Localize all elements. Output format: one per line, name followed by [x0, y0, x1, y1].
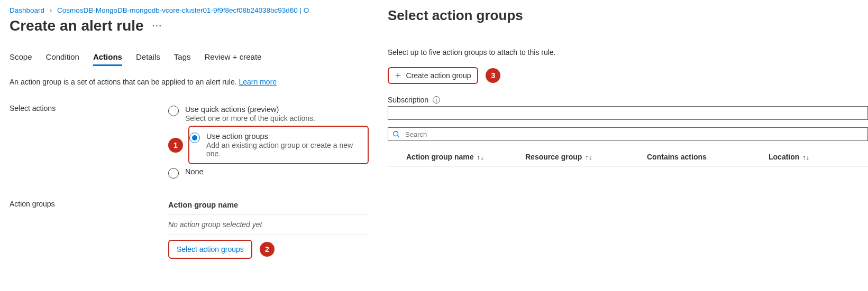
- col-location[interactable]: Location ↑↓: [769, 153, 853, 161]
- search-box[interactable]: [388, 127, 868, 141]
- svg-point-0: [394, 132, 398, 136]
- tab-details[interactable]: Details: [136, 52, 160, 66]
- search-input[interactable]: [404, 130, 863, 139]
- sort-icon: ↑↓: [585, 153, 592, 161]
- create-action-group-button[interactable]: + Create action group: [388, 67, 478, 84]
- action-groups-grid-header: Action group name ↑↓ Resource group ↑↓ C…: [388, 153, 868, 167]
- select-actions-label: Select actions: [10, 102, 168, 112]
- radio-use-action-groups[interactable]: Use action groups Add an existing action…: [189, 129, 364, 161]
- radio-description: Add an existing action group or create a…: [206, 141, 360, 158]
- panel-title: Select action groups: [388, 7, 868, 24]
- annotation-1: 1: [168, 138, 183, 153]
- breadcrumb-dashboard[interactable]: Dashboard: [10, 6, 44, 14]
- tab-tags[interactable]: Tags: [174, 52, 191, 66]
- col-label: Action group name: [406, 153, 474, 161]
- tab-review-create[interactable]: Review + create: [205, 52, 262, 66]
- action-group-name-header: Action group name: [168, 198, 369, 215]
- tab-scope[interactable]: Scope: [10, 52, 32, 66]
- search-icon: [392, 130, 400, 138]
- helper-text: An action group is a set of actions that…: [10, 78, 369, 86]
- radio-icon: [168, 106, 179, 116]
- tab-condition[interactable]: Condition: [46, 52, 79, 66]
- select-actions-radio-group: Use quick actions (preview) Select one o…: [168, 102, 369, 182]
- radio-label: None: [185, 167, 204, 176]
- breadcrumb: Dashboard › CosmosDB-MongoDB-mongodb-vco…: [10, 6, 369, 14]
- radio-use-quick-actions[interactable]: Use quick actions (preview) Select one o…: [168, 102, 369, 126]
- col-label: Contains actions: [647, 153, 707, 161]
- panel-helper-text: Select up to five action groups to attac…: [388, 48, 868, 57]
- annotation-2: 2: [260, 242, 275, 257]
- action-group-empty-row: No action group selected yet: [168, 215, 369, 234]
- helper-text-body: An action group is a set of actions that…: [10, 78, 237, 86]
- col-resource-group[interactable]: Resource group ↑↓: [525, 153, 647, 161]
- plus-icon: +: [395, 71, 401, 80]
- radio-icon: [168, 168, 179, 179]
- tab-actions[interactable]: Actions: [93, 52, 122, 66]
- radio-description: Select one or more of the quick actions.: [185, 114, 315, 123]
- chevron-right-icon: ›: [50, 6, 52, 14]
- radio-none[interactable]: None: [168, 164, 369, 182]
- col-contains-actions[interactable]: Contains actions: [647, 153, 769, 161]
- sort-icon: ↑↓: [802, 153, 809, 161]
- sort-icon: ↑↓: [477, 153, 484, 161]
- learn-more-link[interactable]: Learn more: [239, 78, 277, 86]
- svg-line-1: [398, 136, 400, 138]
- info-icon[interactable]: i: [433, 96, 440, 104]
- more-icon[interactable]: ···: [152, 21, 162, 31]
- radio-label: Use quick actions (preview): [185, 105, 315, 114]
- radio-label: Use action groups: [206, 132, 360, 140]
- subscription-label: Subscription: [388, 96, 428, 104]
- action-groups-label: Action groups: [10, 198, 168, 208]
- page-title-text: Create an alert rule: [10, 17, 144, 34]
- breadcrumb-resource[interactable]: CosmosDB-MongoDB-mongodb-vcore-cluster01…: [57, 6, 309, 14]
- page-title: Create an alert rule ···: [10, 17, 369, 34]
- create-action-group-label: Create action group: [406, 71, 471, 80]
- subscription-input[interactable]: [388, 106, 868, 120]
- tabs: Scope Condition Actions Details Tags Rev…: [10, 52, 369, 66]
- col-label: Location: [769, 153, 799, 161]
- select-action-groups-link[interactable]: Select action groups: [172, 243, 248, 256]
- radio-icon: [189, 133, 200, 143]
- col-label: Resource group: [525, 153, 582, 161]
- annotation-3: 3: [486, 68, 500, 83]
- col-action-group-name[interactable]: Action group name ↑↓: [406, 153, 525, 161]
